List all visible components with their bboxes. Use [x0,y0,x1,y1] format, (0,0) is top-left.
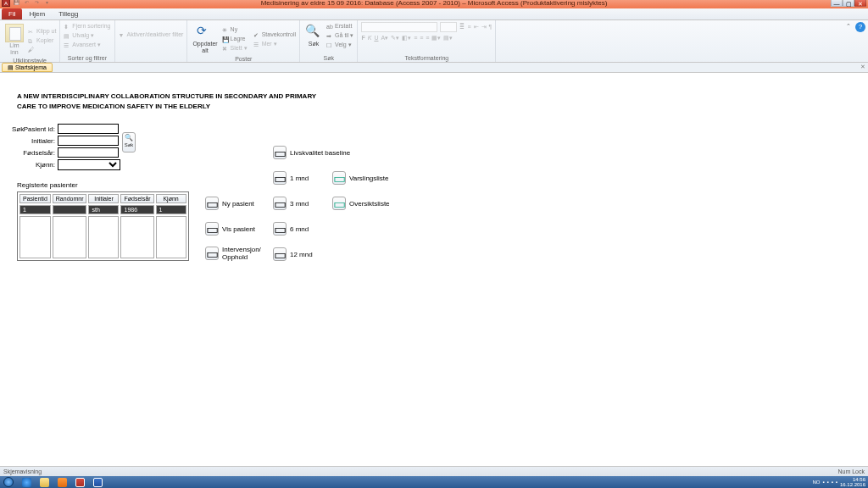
qat-save-icon[interactable]: 💾 [12,0,20,7]
tray-volume-icon[interactable]: ▪ [832,480,833,485]
toggle-filter-button[interactable]: ▼Aktiver/deaktiver filter [119,30,184,39]
spelling-button[interactable]: ✔Stavekontroll [253,30,296,39]
minimize-ribbon-icon[interactable]: ⌃ [846,23,851,30]
quick-access-toolbar: A 💾 ↶ ↷ ▾ [2,0,51,7]
delete-record-button[interactable]: ✖Slett ▾ [222,44,248,53]
form-icon: ▭ [274,196,287,212]
gridlines-button[interactable]: ▦▾ [431,34,441,42]
qat-undo-icon[interactable]: ↶ [22,0,31,7]
qol-baseline-button[interactable]: ▭ Livskvalitet baseline [273,146,350,159]
selection-filter-button[interactable]: ▤Utvalg ▾ [64,31,94,40]
home-tab[interactable]: Hjem [22,8,52,19]
search-button[interactable]: 🔍 Søk [122,132,136,152]
highlight-button[interactable]: ✎▾ [391,34,399,42]
minimize-button[interactable]: — [831,0,843,7]
startskjema-tab[interactable]: ▤ Startskjema [2,63,53,72]
save-record-button[interactable]: 💾Lagre [222,35,248,43]
font-family-combo[interactable] [361,22,437,32]
numbering-icon[interactable]: ≡ [467,23,470,31]
remove-sort-button[interactable]: ⬍Fjern sortering [64,22,110,30]
advanced-filter-button[interactable]: ☰Avansert ▾ [64,41,101,49]
document-tab-bar: ▤ Startskjema ✕ [0,63,868,73]
alt-row-button[interactable]: ▤▾ [443,34,453,42]
clock[interactable]: 14:56 16.12.2016 [840,477,865,487]
col-initialer[interactable]: Initialer [88,194,119,203]
tray-flag-icon[interactable]: ▪ [822,480,824,485]
birthyear-input[interactable] [58,147,119,158]
new-patient-button[interactable]: ▭ Ny pasient [205,197,254,210]
refresh-icon: ⟳ [197,24,214,41]
form-icon: ▭ [274,170,287,186]
month-6-button[interactable]: ▭ 6 mnd [273,222,309,236]
initials-label: Initialer: [20,137,58,145]
maximize-button[interactable]: ▢ [843,0,854,7]
intervention-button[interactable]: ▭ Intervensjon/ Opphold [205,246,261,261]
new-record-button[interactable]: ✳Ny [222,25,248,34]
select-button[interactable]: ☐Velg ▾ [326,41,353,49]
refresh-all-button[interactable]: ⟳ Oppdater alt [191,22,219,56]
qat-redo-icon[interactable]: ↷ [32,0,41,7]
align-center-icon[interactable]: ≡ [420,34,423,42]
ribbon: Lim inn ✂Klipp ut ⧉Kopier 🖌 Utklippstavl… [0,20,868,63]
close-button[interactable]: ✕ [854,0,866,7]
cut-button[interactable]: ✂Klipp ut [28,27,56,36]
paste-button[interactable]: Lim inn [3,22,25,58]
save-icon: 💾 [222,36,229,42]
col-kjonn[interactable]: Kjønn [156,194,186,203]
view-mode-label: Skjemavisning [3,469,42,474]
fill-color-button[interactable]: ◧▾ [402,34,411,42]
taskbar-word[interactable] [89,476,106,488]
col-pasientid[interactable]: Pasientid [19,194,51,203]
taskbar-ie[interactable] [18,476,35,488]
italic-button[interactable]: K [368,34,372,42]
month-1-button[interactable]: ▭ 1 mnd [273,171,309,185]
goto-button[interactable]: ➡Gå til ▾ [326,31,353,40]
initials-input[interactable] [58,136,119,146]
word-icon [93,478,103,487]
help-icon[interactable]: ? [855,22,865,32]
col-fodselsar[interactable]: Fødselsår [120,194,153,203]
table-row[interactable]: 1 sth 1986 1 [19,205,186,214]
more-records-button[interactable]: ☰Mer ▾ [253,40,296,48]
tray-power-icon[interactable]: ▪ [836,480,837,485]
file-tab[interactable]: Fil [2,8,22,19]
bullets-icon[interactable]: ≣ [459,23,465,31]
patient-id-input[interactable] [58,124,119,134]
start-button[interactable] [0,476,17,488]
gender-select[interactable] [58,159,120,170]
close-doc-tab-icon[interactable]: ✕ [860,64,865,70]
month-12-button[interactable]: ▭ 12 mnd [273,247,313,261]
align-right-icon[interactable]: ≡ [426,34,429,42]
align-left-icon[interactable]: ≡ [414,34,417,42]
taskbar-access[interactable] [71,476,88,488]
ltr-icon[interactable]: ¶ [489,23,492,31]
indent-icon[interactable]: ⇥ [481,23,487,31]
find-button[interactable]: 🔍 Søk [303,22,324,49]
underline-button[interactable]: U [374,34,378,42]
copy-button[interactable]: ⧉Kopier [28,36,56,45]
bold-button[interactable]: F [361,34,364,42]
warning-list-button[interactable]: ▭ Varslingsliste [332,171,389,185]
copy-icon: ⧉ [28,37,35,44]
language-indicator[interactable]: NO [812,480,820,485]
col-randomnr[interactable]: Randomnr [53,194,87,203]
view-patient-button[interactable]: ▭ Vis pasient [205,222,255,236]
tray-network-icon[interactable]: ▪ [827,480,829,485]
overview-list-button[interactable]: ▭ Oversiktsliste [332,197,390,210]
taskbar-media[interactable] [53,476,70,488]
taskbar-explorer[interactable] [36,476,53,488]
more-icon: ☰ [253,41,260,47]
replace-button[interactable]: abErstatt [326,22,353,30]
format-painter-button[interactable]: 🖌 [28,46,56,53]
form-icon: ▭ [206,196,219,212]
ribbon-toggle-filter: ▼Aktiver/deaktiver filter [115,20,187,62]
addins-tab[interactable]: Tillegg [52,8,85,19]
patients-table[interactable]: Pasientid Randomnr Initialer Fødselsår K… [17,191,189,261]
qat-customize-icon[interactable]: ▾ [42,0,51,7]
scissors-icon: ✂ [28,28,35,35]
outdent-icon[interactable]: ⇤ [474,23,479,31]
month-3-button[interactable]: ▭ 3 mnd [273,197,309,210]
form-icon: ▭ [274,221,287,237]
font-size-combo[interactable] [440,22,457,32]
font-color-button[interactable]: A▾ [381,34,388,42]
